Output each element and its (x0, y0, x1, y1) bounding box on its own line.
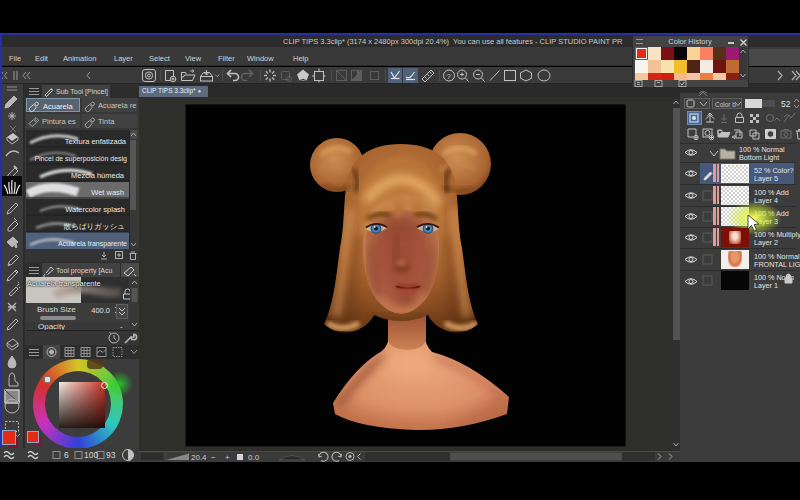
svg-text:散らばりガッシュ: 散らばりガッシュ (63, 222, 125, 231)
svg-text:Acuarela transparente: Acuarela transparente (58, 240, 127, 248)
svg-text:Textura enfatizada: Textura enfatizada (65, 137, 127, 146)
svg-text:Mezcla húmeda: Mezcla húmeda (71, 171, 125, 180)
svg-text:−: − (211, 453, 216, 462)
svg-text:+: + (225, 453, 230, 462)
svg-text:Pincel de superposición desig: Pincel de superposición desig (34, 155, 127, 163)
svg-text:20.4: 20.4 (191, 453, 207, 462)
svg-text:Watercolor splash: Watercolor splash (65, 205, 125, 214)
svg-text:Wet wash: Wet wash (91, 188, 124, 197)
svg-text:0.0: 0.0 (248, 453, 260, 462)
svg-text:?: ? (447, 72, 452, 81)
